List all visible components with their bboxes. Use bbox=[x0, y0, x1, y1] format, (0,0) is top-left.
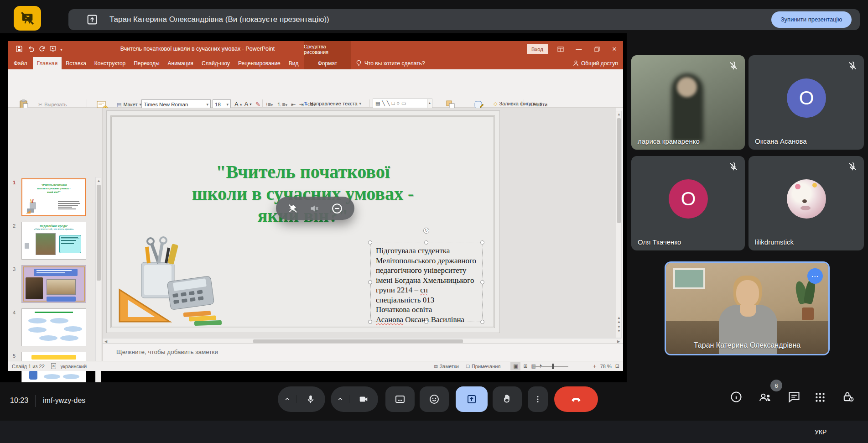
grow-font-button[interactable]: А▲ bbox=[234, 100, 243, 108]
tell-me-box[interactable]: Что вы хотите сделать? bbox=[356, 57, 425, 69]
participant-tile-olya[interactable]: О Оля Ткаченко bbox=[631, 156, 745, 250]
self-view-tile[interactable]: ⋯ Таран Катерина Олександрівна bbox=[665, 261, 830, 355]
participant-tile-oksana[interactable]: О Оксана Асанова bbox=[748, 55, 864, 150]
participant-tile-larysa[interactable]: лариса крамаренко bbox=[631, 55, 745, 150]
zoom-slider-thumb[interactable] bbox=[552, 364, 554, 369]
thumb3-caption bbox=[47, 297, 76, 302]
clear-formatting-button[interactable]: ✎ bbox=[255, 100, 260, 108]
restore-button[interactable] bbox=[588, 41, 606, 57]
decrease-indent-button[interactable]: ⇤ bbox=[291, 101, 296, 108]
text-direction-button[interactable]: ⇅Направление текста▾ bbox=[304, 99, 361, 108]
thumb3-books bbox=[26, 277, 43, 299]
participant-name: Оксана Асанова bbox=[755, 137, 807, 145]
thumb3-photo bbox=[47, 279, 76, 295]
tile-options-button[interactable]: ⋯ bbox=[807, 268, 823, 284]
notes-pane[interactable]: Щелкните, чтобы добавить заметки bbox=[103, 344, 623, 361]
camera-options-chevron[interactable] bbox=[331, 395, 349, 403]
tab-design[interactable]: Конструктор bbox=[90, 57, 130, 69]
vertical-scrollbar[interactable]: ▲ ▲▲ ▼▼ bbox=[616, 111, 622, 338]
host-controls-button[interactable] bbox=[842, 391, 856, 405]
normal-view-button[interactable]: ▣ bbox=[510, 362, 520, 370]
presentation-paused-icon bbox=[14, 6, 41, 31]
tab-review[interactable]: Рецензирование bbox=[234, 57, 285, 69]
increase-indent-button[interactable]: ⇥ bbox=[299, 101, 304, 108]
resize-handle-ne[interactable] bbox=[480, 240, 484, 245]
captions-button[interactable] bbox=[385, 386, 415, 412]
ribbon-display-options-icon[interactable] bbox=[552, 41, 569, 57]
tab-animations[interactable]: Анимация bbox=[164, 57, 198, 69]
tab-home[interactable]: Главная bbox=[33, 57, 62, 69]
resize-handle-w[interactable] bbox=[368, 280, 372, 284]
participant-tile-lilikdrumstick[interactable]: lilikdrumstick bbox=[748, 156, 864, 250]
camera-button-group[interactable] bbox=[331, 386, 378, 412]
close-button[interactable]: ✕ bbox=[606, 41, 623, 57]
rotate-handle[interactable]: ↻ bbox=[423, 228, 429, 234]
zoom-level[interactable]: 78 % bbox=[600, 364, 612, 369]
resize-handle-sw[interactable] bbox=[368, 320, 372, 324]
shrink-font-button[interactable]: А▼ bbox=[244, 100, 252, 108]
slide-sorter-view-button[interactable]: ⊞ bbox=[523, 363, 527, 369]
resize-handle-n[interactable] bbox=[424, 240, 428, 245]
tab-transitions[interactable]: Переходы bbox=[130, 57, 163, 69]
previous-slide-button[interactable]: ▲▲ bbox=[616, 317, 622, 323]
remove-tile-icon[interactable] bbox=[331, 203, 343, 214]
tab-format[interactable]: Формат bbox=[304, 57, 351, 69]
fit-to-window-button[interactable]: ⊡ bbox=[615, 363, 619, 369]
unpin-icon[interactable] bbox=[288, 203, 298, 214]
spellcheck-icon[interactable]: ✕ bbox=[51, 363, 56, 369]
slide-thumbnail-2[interactable]: Педагогічне кредо: «Уміє вчити той, хто … bbox=[21, 222, 86, 260]
slide-thumbnail-1[interactable]: "Вчитель початкової школи в сучасних умо… bbox=[21, 178, 86, 216]
mic-icon[interactable] bbox=[296, 394, 325, 404]
stop-presenting-button[interactable]: Зупинити презентацію bbox=[771, 11, 852, 28]
meeting-details-button[interactable] bbox=[730, 391, 744, 405]
share-button[interactable]: Общий доступ bbox=[573, 57, 618, 69]
numbering-button[interactable]: ⒈≡▾ bbox=[276, 101, 287, 109]
chat-button[interactable] bbox=[788, 391, 802, 405]
resize-handle-e[interactable] bbox=[480, 280, 484, 284]
undo-icon[interactable] bbox=[27, 45, 35, 52]
zoom-slider-track[interactable] bbox=[532, 366, 568, 367]
mic-button-group[interactable] bbox=[278, 386, 325, 412]
next-slide-button[interactable]: ▼▼ bbox=[616, 326, 622, 332]
credits-textbox[interactable]: Підготувала студентка Мелітопольського д… bbox=[370, 243, 483, 322]
slide-thumbnail-4[interactable] bbox=[21, 308, 86, 346]
resize-handle-s[interactable] bbox=[424, 320, 428, 324]
thumb1-textblock bbox=[58, 200, 82, 213]
slide-canvas[interactable]: "Вчитель початкової школи в сучасних умо… bbox=[107, 111, 499, 333]
tab-view[interactable]: Вид bbox=[285, 57, 303, 69]
save-icon[interactable] bbox=[16, 45, 23, 52]
bullets-button[interactable]: ⁝≡▾ bbox=[266, 101, 273, 108]
reactions-button[interactable] bbox=[420, 386, 449, 412]
sign-in-button[interactable]: Вход bbox=[527, 44, 548, 54]
zoom-in-button[interactable]: + bbox=[593, 363, 597, 370]
tab-insert[interactable]: Вставка bbox=[62, 57, 90, 69]
present-now-button[interactable] bbox=[456, 386, 488, 412]
tab-file[interactable]: Файл bbox=[8, 57, 33, 69]
start-slideshow-icon[interactable] bbox=[49, 45, 57, 52]
language-indicator[interactable]: УКР bbox=[815, 421, 826, 443]
mic-options-chevron[interactable] bbox=[278, 395, 296, 403]
activities-button[interactable] bbox=[814, 391, 828, 405]
horizontal-scrollbar[interactable]: ◀ ▶ bbox=[103, 338, 622, 344]
resize-handle-se[interactable] bbox=[480, 320, 484, 324]
audio-off-icon[interactable] bbox=[309, 203, 319, 214]
people-button[interactable] bbox=[758, 391, 774, 405]
redo-icon[interactable] bbox=[38, 45, 46, 52]
raise-hand-button[interactable] bbox=[493, 386, 522, 412]
slide-thumbnail-3[interactable] bbox=[21, 265, 86, 303]
resize-handle-nw[interactable] bbox=[368, 240, 372, 245]
more-options-button[interactable] bbox=[528, 386, 548, 412]
camera-icon[interactable] bbox=[349, 394, 378, 404]
comments-toggle[interactable]: ❏Примечания bbox=[466, 364, 501, 369]
qat-customize-icon[interactable]: ▾ bbox=[60, 47, 62, 52]
minimize-button[interactable]: — bbox=[570, 41, 587, 57]
thumbnail-scrollbar-thumb[interactable] bbox=[97, 185, 101, 281]
tab-slideshow[interactable]: Слайд-шоу bbox=[198, 57, 234, 69]
end-call-button[interactable] bbox=[554, 386, 598, 412]
language-indicator[interactable]: украинский bbox=[61, 364, 87, 369]
vertical-scrollbar-thumb[interactable] bbox=[617, 118, 621, 223]
horizontal-scrollbar-thumb[interactable] bbox=[253, 339, 463, 343]
slide-counter[interactable]: Слайд 1 из 22 bbox=[12, 364, 45, 369]
notes-toggle[interactable]: ▤Заметки bbox=[434, 364, 459, 369]
eraser-icon: ✎ bbox=[255, 101, 260, 108]
